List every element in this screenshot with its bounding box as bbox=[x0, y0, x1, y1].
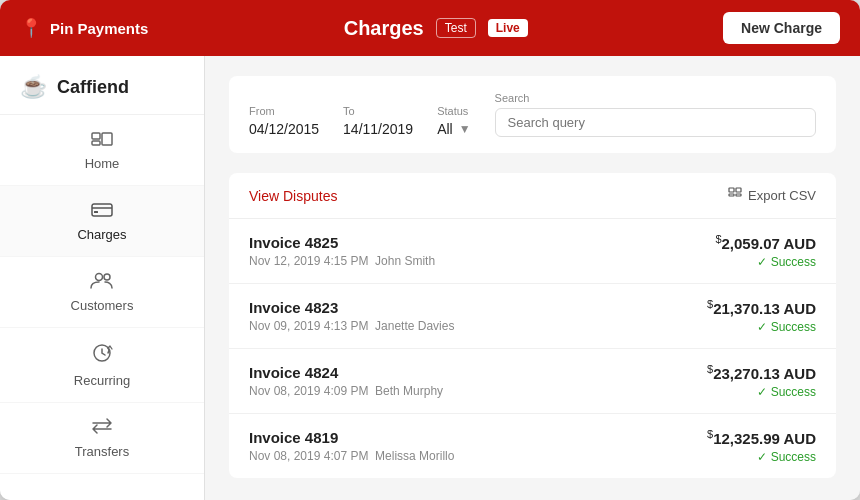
charge-meta-1: Nov 09, 2019 4:13 PM Janette Davies bbox=[249, 319, 454, 333]
table-row[interactable]: Invoice 4819 Nov 08, 2019 4:07 PM Meliss… bbox=[229, 414, 836, 478]
sidebar-item-home-label: Home bbox=[85, 156, 120, 171]
status-label: Success bbox=[771, 255, 816, 269]
status-label: Status bbox=[437, 105, 470, 117]
export-csv-label: Export CSV bbox=[748, 188, 816, 203]
sidebar-item-charges[interactable]: Charges bbox=[0, 186, 204, 257]
svg-rect-10 bbox=[729, 194, 734, 196]
charge-amount-2: $23,270.13 AUD bbox=[707, 363, 816, 382]
charge-status-1: ✓ Success bbox=[707, 320, 816, 334]
charges-container: View Disputes Export CSV bbox=[229, 173, 836, 478]
sidebar-item-transfers[interactable]: Transfers bbox=[0, 403, 204, 474]
charges-toolbar: View Disputes Export CSV bbox=[229, 173, 836, 219]
svg-rect-3 bbox=[92, 204, 112, 216]
sidebar-item-home[interactable]: Home bbox=[0, 115, 204, 186]
filter-from: From 04/12/2015 bbox=[249, 105, 319, 137]
svg-point-7 bbox=[104, 274, 110, 280]
charge-invoice-3: Invoice 4819 bbox=[249, 429, 454, 446]
filter-status[interactable]: Status All ▼ bbox=[437, 105, 470, 137]
svg-rect-11 bbox=[736, 188, 741, 192]
filter-bar: From 04/12/2015 To 14/11/2019 Status All… bbox=[229, 76, 836, 153]
sidebar-item-customers-label: Customers bbox=[71, 298, 134, 313]
nav-center: Charges Test Live bbox=[148, 17, 723, 40]
charge-left-0: Invoice 4825 Nov 12, 2019 4:15 PM John S… bbox=[249, 234, 435, 268]
app-title: Pin Payments bbox=[50, 20, 148, 37]
svg-point-6 bbox=[96, 274, 103, 281]
customers-icon bbox=[90, 271, 114, 294]
to-value: 14/11/2019 bbox=[343, 121, 413, 137]
filter-search: Search bbox=[495, 92, 816, 137]
transfers-icon bbox=[91, 417, 113, 440]
table-row[interactable]: Invoice 4824 Nov 08, 2019 4:09 PM Beth M… bbox=[229, 349, 836, 414]
charge-status-0: ✓ Success bbox=[715, 255, 816, 269]
table-row[interactable]: Invoice 4823 Nov 09, 2019 4:13 PM Janett… bbox=[229, 284, 836, 349]
sidebar-item-customers[interactable]: Customers bbox=[0, 257, 204, 328]
charge-right-0: $2,059.07 AUD ✓ Success bbox=[715, 233, 816, 269]
coffee-icon: ☕ bbox=[20, 74, 47, 100]
charges-icon bbox=[91, 200, 113, 223]
brand-logo: ☕ Caffiend bbox=[0, 56, 204, 115]
pin-icon: 📍 bbox=[20, 17, 42, 39]
from-value: 04/12/2015 bbox=[249, 121, 319, 137]
to-label: To bbox=[343, 105, 413, 117]
test-badge: Test bbox=[436, 18, 476, 38]
status-value: All bbox=[437, 121, 453, 137]
top-nav: 📍 Pin Payments Charges Test Live New Cha… bbox=[0, 0, 860, 56]
status-dropdown[interactable]: All ▼ bbox=[437, 121, 470, 137]
svg-rect-1 bbox=[92, 141, 100, 145]
home-icon bbox=[91, 129, 113, 152]
svg-rect-12 bbox=[736, 194, 741, 196]
from-label: From bbox=[249, 105, 319, 117]
brand-name: Caffiend bbox=[57, 77, 129, 98]
chevron-down-icon: ▼ bbox=[459, 122, 471, 136]
sidebar-item-recurring[interactable]: Recurring bbox=[0, 328, 204, 403]
main-layout: ☕ Caffiend Home bbox=[0, 56, 860, 500]
charge-amount-1: $21,370.13 AUD bbox=[707, 298, 816, 317]
charges-list: Invoice 4825 Nov 12, 2019 4:15 PM John S… bbox=[229, 219, 836, 478]
export-csv-button[interactable]: Export CSV bbox=[728, 187, 816, 204]
charge-meta-0: Nov 12, 2019 4:15 PM John Smith bbox=[249, 254, 435, 268]
charge-left-2: Invoice 4824 Nov 08, 2019 4:09 PM Beth M… bbox=[249, 364, 443, 398]
recurring-icon bbox=[91, 342, 113, 369]
filter-to: To 14/11/2019 bbox=[343, 105, 413, 137]
charge-right-2: $23,270.13 AUD ✓ Success bbox=[707, 363, 816, 399]
charge-meta-2: Nov 08, 2019 4:09 PM Beth Murphy bbox=[249, 384, 443, 398]
main-content: From 04/12/2015 To 14/11/2019 Status All… bbox=[205, 56, 860, 500]
charge-right-1: $21,370.13 AUD ✓ Success bbox=[707, 298, 816, 334]
charge-invoice-0: Invoice 4825 bbox=[249, 234, 435, 251]
page-title: Charges bbox=[344, 17, 424, 40]
success-icon: ✓ bbox=[757, 255, 767, 269]
logo-area: 📍 Pin Payments bbox=[20, 17, 148, 39]
export-icon bbox=[728, 187, 742, 204]
charge-right-3: $12,325.99 AUD ✓ Success bbox=[707, 428, 816, 464]
app-shell: 📍 Pin Payments Charges Test Live New Cha… bbox=[0, 0, 860, 500]
svg-rect-9 bbox=[729, 188, 734, 192]
new-charge-button[interactable]: New Charge bbox=[723, 12, 840, 44]
sidebar: ☕ Caffiend Home bbox=[0, 56, 205, 500]
charge-invoice-2: Invoice 4824 bbox=[249, 364, 443, 381]
live-badge: Live bbox=[488, 19, 528, 37]
success-icon: ✓ bbox=[757, 320, 767, 334]
sidebar-item-charges-label: Charges bbox=[77, 227, 126, 242]
charge-left-3: Invoice 4819 Nov 08, 2019 4:07 PM Meliss… bbox=[249, 429, 454, 463]
charge-amount-3: $12,325.99 AUD bbox=[707, 428, 816, 447]
view-disputes-link[interactable]: View Disputes bbox=[249, 188, 337, 204]
search-input[interactable] bbox=[495, 108, 816, 137]
charge-status-2: ✓ Success bbox=[707, 385, 816, 399]
charge-meta-3: Nov 08, 2019 4:07 PM Melissa Morillo bbox=[249, 449, 454, 463]
success-icon: ✓ bbox=[757, 385, 767, 399]
search-label: Search bbox=[495, 92, 816, 104]
success-icon: ✓ bbox=[757, 450, 767, 464]
status-label: Success bbox=[771, 450, 816, 464]
status-label: Success bbox=[771, 320, 816, 334]
charge-left-1: Invoice 4823 Nov 09, 2019 4:13 PM Janett… bbox=[249, 299, 454, 333]
table-row[interactable]: Invoice 4825 Nov 12, 2019 4:15 PM John S… bbox=[229, 219, 836, 284]
sidebar-item-recurring-label: Recurring bbox=[74, 373, 130, 388]
charge-amount-0: $2,059.07 AUD bbox=[715, 233, 816, 252]
sidebar-item-transfers-label: Transfers bbox=[75, 444, 129, 459]
charge-status-3: ✓ Success bbox=[707, 450, 816, 464]
status-label: Success bbox=[771, 385, 816, 399]
svg-rect-5 bbox=[94, 211, 98, 213]
sidebar-nav: Home Charges bbox=[0, 115, 204, 474]
charge-invoice-1: Invoice 4823 bbox=[249, 299, 454, 316]
svg-rect-2 bbox=[102, 133, 112, 145]
